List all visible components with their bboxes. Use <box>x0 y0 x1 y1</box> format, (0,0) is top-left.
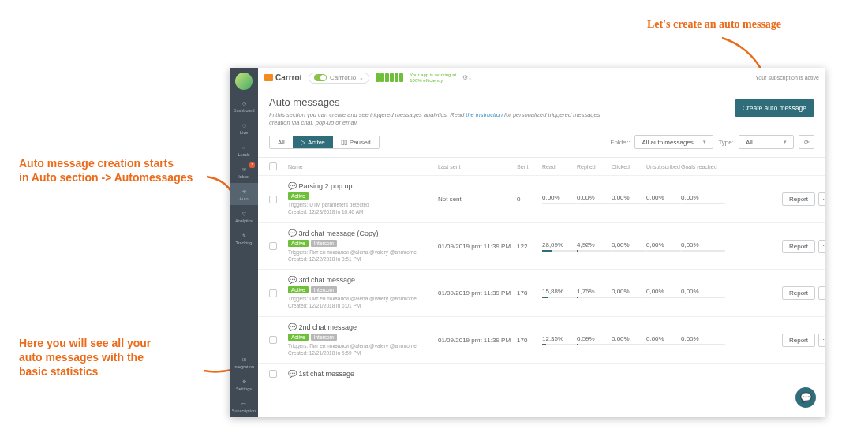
chevron-down-icon: ▾ <box>784 139 787 145</box>
carrot-icon <box>264 74 273 81</box>
brand-logo[interactable]: Carrrot <box>264 73 302 82</box>
annotation-stats: Here you will see all yourauto messages … <box>19 336 151 379</box>
chevron-down-icon: ⌄ <box>468 76 472 80</box>
last-sent: 01/09/2019 pmt 11:39 PM <box>438 289 517 297</box>
message-name[interactable]: 💬 3rd chat message (Copy) <box>288 229 438 237</box>
created-text: Created: 12/22/2018 in 8:51 PM <box>288 256 438 263</box>
sent-count: 170 <box>517 337 542 344</box>
subscription-status: Your subscription is active <box>755 75 819 80</box>
page-description: In this section you can create and see t… <box>269 111 608 127</box>
status-segmented: All ▷Active ▯▯Paused <box>269 136 380 149</box>
refresh-icon: ⟳ <box>804 139 810 146</box>
tag-active: Active <box>288 286 309 293</box>
avatar[interactable] <box>235 73 253 90</box>
row-checkbox[interactable] <box>269 336 277 344</box>
row-checkbox[interactable] <box>269 242 277 250</box>
row-checkbox[interactable] <box>269 196 277 203</box>
report-button[interactable]: Report <box>782 240 815 253</box>
sidebar-item-settings[interactable]: ⚙Settings <box>230 373 258 395</box>
row-menu-button[interactable]: ⋯ <box>818 286 825 300</box>
col-clicked: Clicked <box>612 164 646 170</box>
create-auto-message-button[interactable]: Create auto message <box>735 99 814 117</box>
filter-active[interactable]: ▷Active <box>293 136 333 148</box>
messages-table: Name Last sent Sent Read Replied Clicked… <box>258 157 825 417</box>
sidebar-item-subscription[interactable]: ▭Subscription <box>230 395 258 417</box>
app-switcher[interactable]: Carrrot.io⌄ <box>309 73 369 84</box>
sidebar-item-integration[interactable]: ⊞Integration <box>230 351 258 373</box>
sidebar-item-live[interactable]: ◌Live <box>230 117 258 139</box>
tag-intercom: Intercom <box>311 286 337 293</box>
message-name[interactable]: 💬 Parsing 2 pop up <box>288 182 438 190</box>
stat-cell: 28,69% <box>542 241 577 252</box>
row-menu-button[interactable]: ⋯ <box>818 240 825 253</box>
stat-cell: 0,00% <box>646 194 681 204</box>
stat-cell: 0,59% <box>577 335 612 345</box>
instruction-link[interactable]: the instruction <box>466 111 503 118</box>
inbox-badge: 3 <box>249 162 255 168</box>
page-title: Auto messages <box>269 96 608 108</box>
filter-paused[interactable]: ▯▯Paused <box>333 136 379 148</box>
refresh-button[interactable]: ⟳ <box>799 135 814 149</box>
select-all-checkbox[interactable] <box>269 162 277 170</box>
main-area: Carrrot Carrrot.io⌄ Your app is working … <box>258 68 825 417</box>
report-button[interactable]: Report <box>782 192 815 206</box>
last-sent: Not sent <box>438 196 517 203</box>
chat-bubble-icon: 💬 <box>288 370 299 378</box>
stat-cell: 0,00% <box>612 194 646 204</box>
card-icon: ▭ <box>238 399 249 409</box>
filter-all[interactable]: All <box>270 136 293 148</box>
tag-intercom: Intercom <box>311 240 337 247</box>
chat-bubble-icon: 💬 <box>288 323 299 331</box>
row-menu-button[interactable]: ⋯ <box>818 192 825 206</box>
play-icon: ▷ <box>301 139 305 146</box>
row-checkbox[interactable] <box>269 370 277 378</box>
inbox-icon: ✉ <box>238 165 249 174</box>
integration-icon: ⊞ <box>238 355 249 364</box>
chat-widget[interactable]: 💬 <box>795 387 816 408</box>
chat-bubble-icon: 💬 <box>288 182 299 190</box>
trigger-text: Triggers: UTM parameters detected <box>288 202 438 209</box>
col-read: Read <box>542 164 577 170</box>
gauge-icon: ◷ <box>238 99 249 108</box>
sidebar-item-analytics[interactable]: ▽Analytics <box>230 205 258 227</box>
col-sent: Sent <box>517 164 542 170</box>
sidebar-item-dashboard[interactable]: ◷Dashboard <box>230 95 258 117</box>
annotation-section: Auto message creation startsin Auto sect… <box>19 156 193 185</box>
auto-icon: ⟲ <box>238 187 249 196</box>
type-label: Type: <box>718 139 734 146</box>
report-button[interactable]: Report <box>782 286 815 300</box>
message-name[interactable]: 💬 1st chat message <box>288 370 438 378</box>
message-name[interactable]: 💬 3rd chat message <box>288 276 438 284</box>
report-button[interactable]: Report <box>782 334 815 347</box>
stat-cell: 0,00% <box>646 241 681 252</box>
sidebar: ◷Dashboard ◌Live ☺Leads 3✉Inbox ⟲Auto ▽A… <box>230 68 258 417</box>
stat-cell: 12,35% <box>542 335 577 345</box>
topbar: Carrrot Carrrot.io⌄ Your app is working … <box>258 68 825 88</box>
folder-select[interactable]: All auto messages▾ <box>634 135 713 149</box>
row-checkbox[interactable] <box>269 289 277 297</box>
stat-cell: 1,76% <box>577 288 612 298</box>
tag-intercom: Intercom <box>311 334 337 341</box>
stat-cell: 0,00% <box>681 335 725 345</box>
last-sent: 01/09/2019 pmt 11:39 PM <box>438 243 517 250</box>
col-goals: Goals reached <box>681 164 725 170</box>
message-name[interactable]: 💬 2nd chat message <box>288 323 438 331</box>
sent-count: 0 <box>517 196 542 203</box>
row-menu-button[interactable]: ⋯ <box>818 334 825 347</box>
type-select[interactable]: All▾ <box>739 135 794 149</box>
table-row: 💬 3rd chat message (Copy) ActiveIntercom… <box>258 222 825 270</box>
sidebar-item-inbox[interactable]: 3✉Inbox <box>230 161 258 183</box>
tag-active: Active <box>288 240 309 247</box>
table-row: 💬 2nd chat message ActiveIntercom Trigge… <box>258 316 825 364</box>
stat-cell: 0,00% <box>681 288 725 298</box>
folder-label: Folder: <box>611 139 630 146</box>
sidebar-item-tracking[interactable]: ✎Tracking <box>230 227 258 249</box>
stat-cell: 0,00% <box>646 335 681 345</box>
sidebar-item-auto[interactable]: ⟲Auto <box>230 183 258 205</box>
tag-active: Active <box>288 192 309 200</box>
sidebar-item-leads[interactable]: ☺Leads <box>230 139 258 161</box>
trigger-text: Triggers: Пит ен поквалси @alena @valery… <box>288 343 438 350</box>
col-last-sent: Last sent <box>438 164 517 170</box>
table-row: 💬 1st chat message <box>258 363 825 384</box>
settings-dropdown[interactable]: ⚙⌄ <box>462 74 472 81</box>
